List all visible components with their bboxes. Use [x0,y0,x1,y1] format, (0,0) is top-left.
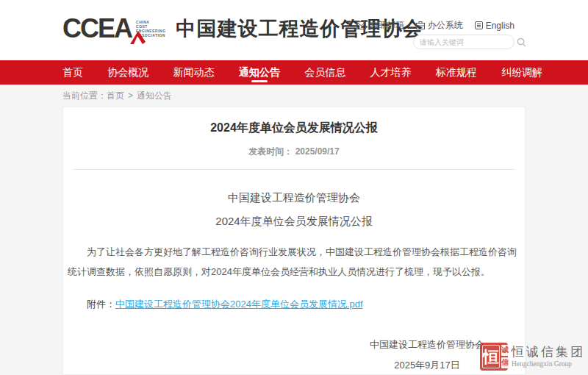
nav-item-notices[interactable]: 通知公告 [239,60,280,85]
watermark-name-en: Hengchengxin Group [512,360,585,368]
nav-item-about[interactable]: 协会概况 [107,60,148,85]
english-link[interactable]: English [475,21,514,31]
logo-subtext-line: ASSOCIATION [136,33,166,38]
seal-right-column: 诚 信 [501,345,509,368]
utility-label: English [486,21,514,31]
doc-title-line2: 2024年度单位会员发展情况公报 [63,210,525,233]
book-icon [475,21,483,29]
attachment-pdf-link[interactable]: 中国建设工程造价管理协会2024年度单位会员发展情况.pdf [115,299,363,310]
breadcrumb-current[interactable]: 通知公告 [137,90,172,101]
breadcrumb-prefix: 当前位置： [62,90,107,101]
signature-name: 中国建设工程造价管理协会 [370,335,484,355]
hengchengxin-watermark: 恒 诚 信 恒诚信集团 Hengchengxin Group [480,343,585,371]
seal-char-top: 诚 [501,345,509,356]
nav-item-news[interactable]: 新闻动态 [173,60,215,85]
article-card: 2024年度单位会员发展情况公报 发表时间： 2025/09/17 中国建设工程… [62,107,526,375]
logo-acronym: CCEA [62,12,132,45]
watermark-name: 恒诚信集团 [512,345,585,360]
site-header: CCEA CHINA COST ENGINEERING ASSOCIATION … [0,0,588,60]
seal-char-left: 恒 [482,345,500,368]
main-nav: 首页 协会概况 新闻动态 通知公告 会员信息 人才培养 标准规程 纠纷调解 [0,60,588,85]
page: CCEA CHINA COST ENGINEERING ASSOCIATION … [0,0,588,375]
seal-char-bottom: 信 [501,357,509,368]
utility-label: 内部邮箱 [369,19,404,32]
nav-inner: 首页 协会概况 新闻动态 通知公告 会员信息 人才培养 标准规程 纠纷调解 [62,60,542,85]
nav-item-dispute[interactable]: 纠纷调解 [501,60,542,85]
logo-subtext: CHINA COST ENGINEERING ASSOCIATION [136,20,166,38]
signature-date: 2025年9月17日 [370,355,484,375]
office-system-link[interactable]: 办公系统 [416,19,463,32]
publish-date: 发表时间： 2025/09/17 [63,146,525,158]
mail-icon [356,21,366,29]
doc-title-line1: 中国建设工程造价管理协会 [63,186,525,210]
breadcrumb-home-link[interactable]: 首页 [107,90,124,101]
attachment-row: 附件：中国建设工程造价管理协会2024年度单位会员发展情况.pdf [68,298,520,311]
nav-item-training[interactable]: 人才培养 [370,60,411,85]
divider [73,169,515,170]
breadcrumb: 当前位置：首页>通知公告 [62,90,172,102]
nav-item-home[interactable]: 首页 [62,60,83,85]
utility-row: 内部邮箱 办公系统 English [356,19,514,32]
seal-logo-icon: 恒 诚 信 [480,343,508,371]
utility-label: 办公系统 [428,19,463,32]
article-title: 2024年度单位会员发展情况公报 [63,121,525,136]
article-paragraph: 为了让社会各方更好地了解工程造价咨询行业发展状况，中国建设工程造价管理协会根据工… [68,242,520,282]
search-input[interactable] [420,38,517,46]
nav-item-standards[interactable]: 标准规程 [436,60,477,85]
breadcrumb-separator: > [128,90,133,101]
signature-block: 中国建设工程造价管理协会 2025年9月17日 [370,335,484,375]
search-box [413,35,514,49]
briefcase-icon [416,21,425,29]
search-icon[interactable] [517,38,526,47]
internal-mail-link[interactable]: 内部邮箱 [356,19,404,32]
watermark-text: 恒诚信集团 Hengchengxin Group [512,345,585,368]
nav-item-members[interactable]: 会员信息 [304,60,345,85]
attachment-label: 附件： [87,299,115,310]
